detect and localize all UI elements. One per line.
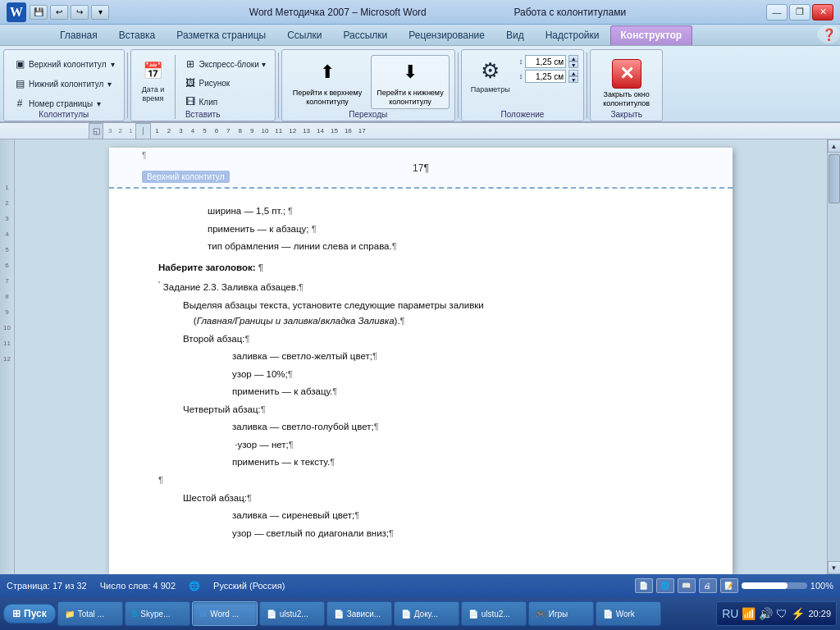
ruler: ◱ 3 2 1 │ 1 2 3 4 5 6 7 8 9 10 11 12 13 …	[0, 123, 840, 139]
klip-button[interactable]: 🎞 Клип	[180, 93, 270, 111]
goto-lower-button[interactable]: ⬇ Перейти к нижнемуколонтитулу	[371, 55, 449, 109]
goto-upper-button[interactable]: ⬆ Перейти к верхнемуколонтитулу	[287, 55, 368, 109]
word-taskbar-icon: W	[199, 609, 207, 619]
parametry-button[interactable]: ⚙ Параметры	[467, 55, 514, 96]
ruler-marks: 3 2 1 │ 1 2 3 4 5 6 7 8 9 10 11 12 13 14…	[105, 123, 369, 139]
margin-top-down[interactable]: ▼	[568, 62, 578, 68]
taskbar-ulstu1[interactable]: 📄 ulstu2...	[259, 601, 325, 626]
taskbar-skype[interactable]: S Skype...	[125, 601, 190, 626]
title-bar-left: W 💾 ↩ ↪ ▾	[7, 2, 109, 22]
tab-vstavka[interactable]: Вставка	[108, 25, 167, 45]
verkhniy-kolontitul-button[interactable]: ▣ Верхний колонтитул ▾	[9, 55, 119, 73]
margin-bottom-spinner: ▲ ▼	[568, 70, 578, 83]
security-icon: 🛡	[776, 607, 788, 620]
window-title: Word Методичка 2007 – Microsoft Word Раб…	[249, 7, 626, 18]
tab-rassylki[interactable]: Рассылки	[332, 25, 398, 45]
total-icon: 📁	[65, 609, 75, 619]
igry-icon: 🎮	[536, 609, 546, 619]
scroll-up-button[interactable]: ▲	[828, 139, 841, 153]
close-button[interactable]: ✕	[812, 4, 833, 21]
scroll-down-button[interactable]: ▼	[828, 561, 841, 574]
scrollbar: ▲ ▼	[827, 139, 840, 574]
taskbar-doku[interactable]: 📄 Доку...	[394, 601, 459, 626]
tab-konstruktor[interactable]: Конструктор	[610, 25, 693, 45]
content-uzor3: узор — светлый по диагонали вниз;¶	[158, 526, 683, 542]
parametry-icon: ⚙	[477, 57, 504, 84]
goto-lower-icon: ⬇	[395, 57, 425, 87]
redo-button[interactable]: ↪	[71, 5, 89, 20]
tab-ssylki[interactable]: Ссылки	[276, 25, 332, 45]
sep1	[127, 52, 128, 118]
nizhniy-kolontitul-button[interactable]: ▤ Нижний колонтитул ▾	[9, 75, 119, 93]
content-zaliv2: заливка — светло-голубой цвет;¶	[158, 419, 683, 436]
network-icon: 📶	[742, 607, 756, 620]
save-button[interactable]: 💾	[30, 5, 48, 20]
taskbar-igry[interactable]: 🎮 Игры	[528, 601, 594, 626]
goto-upper-icon: ⬆	[313, 57, 342, 87]
risunok-icon: 🖼	[184, 76, 197, 89]
lang-indicator[interactable]: RU	[722, 607, 738, 620]
express-bloki-button[interactable]: ⊞ Экспресс-блоки ▾	[180, 55, 270, 73]
group-zakryt: ✕ Закрыть окноколонтитулов Закрыть	[590, 49, 663, 121]
content-line-3: тип обрамления — линии слева и справа.¶	[158, 239, 683, 255]
document-content[interactable]: ширина — 1,5 пт.; ¶ применить — к абзацу…	[109, 189, 733, 559]
tab-nadstroyki[interactable]: Надстройки	[535, 25, 610, 45]
minimize-button[interactable]: —	[766, 4, 788, 21]
ulstu2-icon: 📄	[468, 609, 478, 619]
view-normal-button[interactable]: 📄	[635, 578, 653, 593]
scroll-thumb[interactable]	[829, 154, 840, 203]
taskbar-work[interactable]: 📄 Work	[596, 601, 661, 626]
document-header: 17¶ ¶ Верхний колонтитул	[109, 148, 733, 189]
zoom-level: 100%	[810, 581, 833, 591]
taskbar-total[interactable]: 📁 Total ...	[57, 601, 123, 626]
scroll-track[interactable]	[828, 153, 840, 561]
doku-icon: 📄	[401, 609, 411, 619]
content-empty: ¶	[158, 472, 683, 489]
group-perekhody-label: Переходы	[282, 110, 454, 119]
help-button[interactable]: ❓	[817, 25, 840, 43]
margin-bottom-down[interactable]: ▼	[568, 76, 578, 83]
ruler-corner[interactable]: ◱	[89, 123, 103, 139]
view-print-button[interactable]: 🖨	[699, 578, 717, 593]
restore-button[interactable]: ❐	[789, 4, 810, 21]
group-perekhody: ⬆ Перейти к верхнемуколонтитулу ⬇ Перейт…	[281, 49, 455, 121]
group-kolontituly-label: Колонтитулы	[4, 110, 124, 119]
view-read-button[interactable]: 📖	[678, 578, 696, 593]
qa-dropdown[interactable]: ▾	[91, 5, 109, 20]
tab-vid[interactable]: Вид	[495, 25, 535, 45]
margin-bottom-field[interactable]	[525, 70, 566, 83]
status-left: Страница: 17 из 32 Число слов: 4 902 🌐 Р…	[7, 581, 285, 591]
verkhniy-icon: ▣	[13, 57, 26, 71]
tab-glavnaya[interactable]: Главная	[49, 25, 108, 45]
margin-top-up[interactable]: ▲	[568, 55, 578, 62]
taskbar-word[interactable]: W Word ...	[192, 601, 258, 626]
content-uzor2: ·узор — нет;¶	[158, 437, 683, 454]
express-icon: ⊞	[184, 57, 197, 71]
margin-top-field[interactable]	[525, 55, 566, 68]
taskbar-ulstu2[interactable]: 📄 ulstu2...	[461, 601, 527, 626]
undo-button[interactable]: ↩	[50, 5, 68, 20]
close-kolontituly-button[interactable]: ✕ Закрыть окноколонтитулов	[596, 55, 657, 112]
windows-logo-icon: ⊞	[12, 608, 21, 619]
work-icon: 📄	[603, 609, 613, 619]
date-button[interactable]: 📅 Дата ивремя	[136, 55, 171, 106]
taskbar-zavisim[interactable]: 📄 Зависи...	[326, 601, 392, 626]
risunok-button[interactable]: 🖼 Рисунок	[180, 74, 270, 92]
date-icon: 📅	[140, 57, 167, 84]
sep2	[278, 52, 279, 118]
margin-bottom-up[interactable]: ▲	[568, 70, 578, 76]
window-controls: — ❐ ✕	[766, 4, 833, 21]
content-zaliv3: заливка — сиреневый цвет;¶	[158, 508, 683, 524]
content-uzor1: узор — 10%;¶	[158, 367, 683, 383]
group-zakryt-label: Закрыть	[591, 110, 662, 119]
title-bar: W 💾 ↩ ↪ ▾ Word Методичка 2007 – Microsof…	[0, 0, 840, 25]
status-right: 📄 🌐 📖 🖨 📝 100%	[635, 578, 833, 593]
tab-retsenz[interactable]: Рецензирование	[398, 25, 495, 45]
start-button[interactable]: ⊞ Пуск	[3, 604, 56, 623]
document-area[interactable]: 17¶ ¶ Верхний колонтитул ширина — 1,5 пт…	[15, 139, 827, 574]
klip-icon: 🎞	[184, 95, 197, 108]
view-web-button[interactable]: 🌐	[656, 578, 674, 593]
document-page: 17¶ ¶ Верхний колонтитул ширина — 1,5 пт…	[109, 148, 733, 574]
tab-razmetka[interactable]: Разметка страницы	[166, 25, 276, 45]
view-draft-button[interactable]: 📝	[720, 578, 738, 593]
